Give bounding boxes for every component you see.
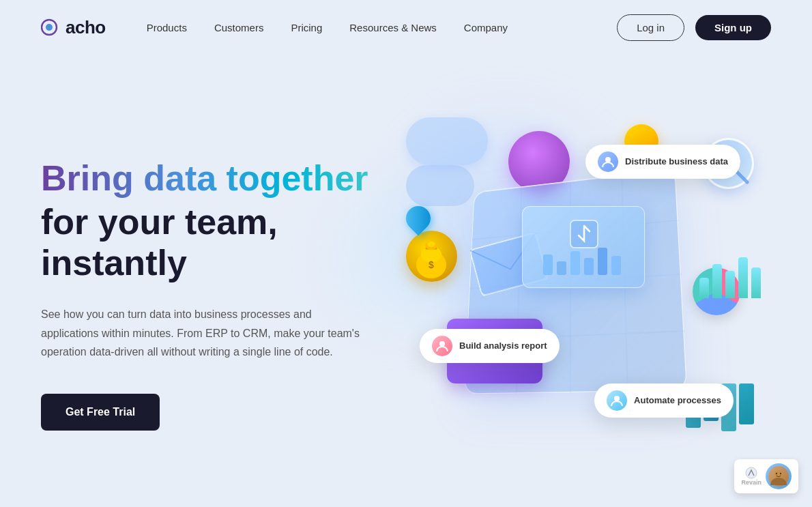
svg-point-1 <box>46 24 53 31</box>
hero-headline-black: for your team, instantly <box>41 202 396 284</box>
hero-section: Bring data together for your team, insta… <box>0 55 812 507</box>
svg-rect-15 <box>570 251 580 275</box>
svg-text:$: $ <box>429 259 434 270</box>
nav-company[interactable]: Company <box>464 22 508 33</box>
svg-rect-14 <box>557 261 566 275</box>
revain-label: Revain <box>741 479 762 486</box>
navbar: acho Products Customers Pricing Resource… <box>0 0 812 55</box>
svg-point-29 <box>614 396 620 401</box>
nav-links: Products Customers Pricing Resources & N… <box>147 22 617 33</box>
svg-point-28 <box>439 341 445 347</box>
cloud-decoration-1 <box>406 117 488 165</box>
float-automate-label: Automate processes <box>634 395 721 405</box>
svg-rect-18 <box>611 256 621 275</box>
cta-trial-button[interactable]: Get Free Trial <box>41 394 160 431</box>
float-card-build: Build analysis report <box>420 329 560 363</box>
hero-content: Bring data together for your team, insta… <box>41 158 396 431</box>
nav-resources[interactable]: Resources & News <box>349 22 437 33</box>
nav-products[interactable]: Products <box>147 22 187 33</box>
svg-rect-16 <box>584 258 594 275</box>
svg-line-3 <box>736 171 747 182</box>
nav-actions: Log in Sign up <box>617 14 771 41</box>
svg-rect-13 <box>543 255 553 275</box>
avatar-automate <box>607 390 627 411</box>
illustration-container: $ <box>406 117 761 472</box>
float-distribute-label: Distribute business data <box>625 156 728 166</box>
nav-customers[interactable]: Customers <box>214 22 264 33</box>
bar-chart-decoration <box>699 254 761 298</box>
revain-user-avatar <box>766 463 792 489</box>
avatar-distribute <box>598 151 618 172</box>
revain-user-face <box>768 466 789 487</box>
login-button[interactable]: Log in <box>617 14 684 41</box>
screen-decoration <box>522 206 645 288</box>
brand-name: acho <box>66 17 106 38</box>
nav-pricing[interactable]: Pricing <box>291 22 322 33</box>
hero-description: See how you can turn data into business … <box>41 305 368 361</box>
float-card-automate: Automate processes <box>594 383 734 418</box>
hero-illustration: $ <box>396 90 771 499</box>
revain-badge[interactable]: Revain <box>734 459 798 493</box>
svg-point-33 <box>780 473 781 474</box>
svg-rect-17 <box>598 248 607 275</box>
revain-logo-area: Revain <box>741 467 762 486</box>
revain-icon <box>745 467 757 479</box>
svg-point-32 <box>776 473 777 474</box>
float-build-label: Build analysis report <box>459 341 547 351</box>
svg-point-27 <box>605 157 611 162</box>
signup-button[interactable]: Sign up <box>695 15 771 40</box>
svg-point-26 <box>427 242 435 247</box>
float-card-distribute: Distribute business data <box>585 145 740 179</box>
cloud-decoration-2 <box>406 165 474 206</box>
logo[interactable]: acho <box>41 16 106 38</box>
hero-headline-gradient: Bring data together <box>41 158 396 199</box>
coin-bag-decoration: $ <box>406 231 457 282</box>
avatar-build <box>432 336 452 356</box>
